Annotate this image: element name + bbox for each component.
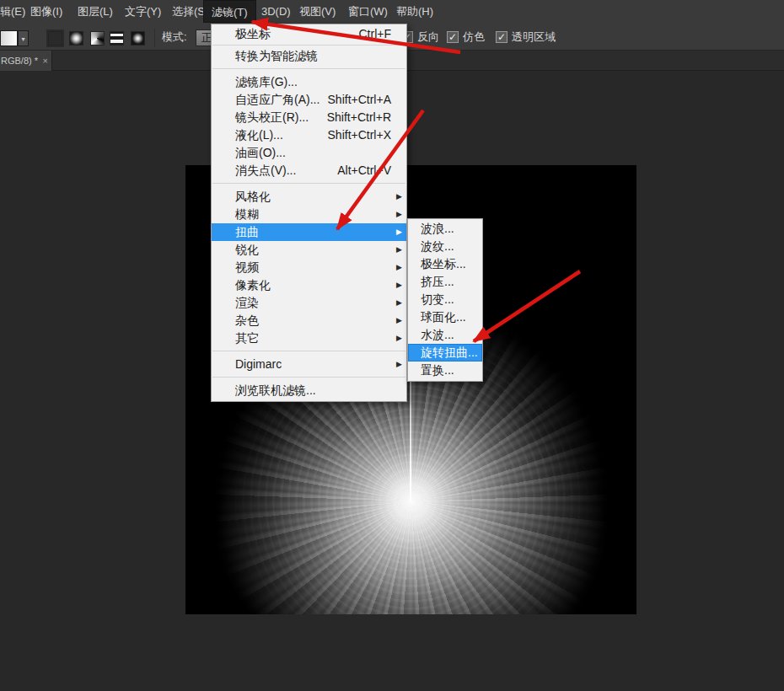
- menubar-item-1[interactable]: 图像(I): [30, 0, 62, 23]
- submenu-arrow-icon: ▶: [396, 356, 402, 373]
- menu-item-label: 自适应广角(A)...: [235, 91, 320, 109]
- distort-submenu-item-7[interactable]: 旋转扭曲...: [408, 344, 482, 362]
- menu-item-shortcut: Shift+Ctrl+R: [327, 109, 391, 126]
- menubar-item-3[interactable]: 文字(Y): [125, 0, 161, 23]
- checkbox-label: 仿色: [463, 29, 485, 45]
- menu-item-shortcut: Shift+Ctrl+A: [328, 91, 391, 109]
- checkmark-icon[interactable]: ✓: [496, 31, 507, 43]
- checkmark-icon[interactable]: ✓: [447, 31, 459, 43]
- reflected-gradient-icon[interactable]: [110, 31, 124, 46]
- filter-menu-item-17[interactable]: 渲染▶: [212, 294, 406, 312]
- menubar-item-2[interactable]: 图层(L): [78, 0, 113, 23]
- menubar-item-0[interactable]: 辑(E): [0, 0, 25, 23]
- submenu-arrow-icon: ▶: [396, 294, 402, 312]
- menu-item-label: 挤压...: [421, 273, 454, 291]
- distort-submenu-item-4[interactable]: 切变...: [408, 291, 482, 308]
- document-tab[interactable]: RGB/8) * ×: [0, 51, 52, 71]
- divider: [154, 29, 155, 47]
- distort-submenu-item-2[interactable]: 极坐标...: [408, 255, 482, 273]
- radial-gradient-icon[interactable]: [69, 31, 83, 46]
- diamond-gradient-icon[interactable]: [131, 31, 145, 46]
- filter-menu-item-0[interactable]: 极坐标Ctrl+F: [212, 25, 406, 43]
- close-icon[interactable]: ×: [43, 51, 48, 71]
- submenu-arrow-icon: ▶: [396, 312, 402, 329]
- document-tab-title: RGB/8) *: [0, 56, 38, 66]
- filter-menu-panel: 极坐标Ctrl+F转换为智能滤镜滤镜库(G)...自适应广角(A)...Shif…: [211, 24, 407, 402]
- checkbox-2[interactable]: ✓透明区域: [496, 29, 556, 46]
- submenu-arrow-icon: ▶: [396, 206, 402, 223]
- filter-menu-item-4[interactable]: 滤镜库(G)...: [212, 73, 406, 91]
- menu-item-shortcut: Ctrl+F: [359, 25, 392, 43]
- menu-item-shortcut: Shift+Ctrl+X: [328, 126, 391, 144]
- filter-menu-item-21[interactable]: Digimarc▶: [212, 356, 406, 373]
- filter-menu-item-7[interactable]: 液化(L)...Shift+Ctrl+X: [212, 126, 406, 144]
- submenu-arrow-icon: ▶: [396, 329, 402, 347]
- menu-item-label: 波纹...: [421, 238, 454, 255]
- menu-item-label: 旋转扭曲...: [421, 344, 478, 362]
- distort-submenu-item-0[interactable]: 波浪...: [408, 220, 482, 238]
- distort-submenu-item-6[interactable]: 水波...: [408, 326, 482, 344]
- menu-item-shortcut: Alt+Ctrl+V: [337, 162, 391, 179]
- filter-menu-item-15[interactable]: 视频▶: [212, 259, 406, 276]
- menu-item-label: 像素化: [235, 276, 271, 294]
- menu-separator: [212, 347, 406, 356]
- submenu-arrow-icon: ▶: [396, 223, 402, 241]
- linear-gradient-icon[interactable]: [48, 31, 62, 46]
- checkbox-label: 反向: [417, 29, 439, 45]
- filter-menu-item-16[interactable]: 像素化▶: [212, 276, 406, 294]
- menubar-item-5[interactable]: 滤镜(T): [203, 0, 256, 23]
- menu-item-label: 滤镜库(G)...: [235, 73, 298, 91]
- menu-item-label: 模糊: [235, 206, 259, 223]
- menu-item-label: 转换为智能滤镜: [235, 47, 318, 65]
- filter-menu-item-5[interactable]: 自适应广角(A)...Shift+Ctrl+A: [212, 91, 406, 109]
- mode-label: 模式:: [162, 23, 187, 51]
- distort-submenu-item-1[interactable]: 波纹...: [408, 238, 482, 255]
- menu-separator: [212, 373, 406, 382]
- menu-separator: [212, 179, 406, 188]
- submenu-arrow-icon: ▶: [396, 259, 402, 276]
- filter-menu-item-2[interactable]: 转换为智能滤镜: [212, 47, 406, 65]
- filter-menu-item-9[interactable]: 消失点(V)...Alt+Ctrl+V: [212, 162, 406, 179]
- menubar-item-8[interactable]: 窗口(W): [348, 0, 388, 23]
- distort-submenu-item-5[interactable]: 球面化...: [408, 308, 482, 326]
- checkbox-label: 透明区域: [512, 29, 556, 45]
- submenu-arrow-icon: ▶: [396, 188, 402, 206]
- filter-menu-item-14[interactable]: 锐化▶: [212, 241, 406, 259]
- menu-item-label: 切变...: [421, 291, 454, 308]
- menu-item-label: 杂色: [235, 312, 259, 329]
- filter-menu-item-19[interactable]: 其它▶: [212, 329, 406, 347]
- filter-menu-item-6[interactable]: 镜头校正(R)...Shift+Ctrl+R: [212, 109, 406, 126]
- filter-menu-item-23[interactable]: 浏览联机滤镜...: [212, 382, 406, 399]
- angle-gradient-icon[interactable]: [90, 31, 105, 46]
- chevron-down-icon[interactable]: ▾: [18, 30, 29, 46]
- menu-item-label: 锐化: [235, 241, 259, 259]
- distort-submenu-panel: 波浪...波纹...极坐标...挤压...切变...球面化...水波...旋转扭…: [407, 218, 483, 382]
- menu-item-label: 水波...: [421, 326, 454, 344]
- menu-item-label: 极坐标...: [421, 255, 466, 273]
- menu-item-label: 极坐标: [235, 25, 271, 43]
- menu-item-label: 扭曲: [235, 223, 259, 241]
- gradient-preview[interactable]: [0, 30, 18, 46]
- menu-item-label: 波浪...: [421, 220, 454, 238]
- filter-menu-item-12[interactable]: 模糊▶: [212, 206, 406, 223]
- filter-menu-item-13[interactable]: 扭曲▶: [212, 223, 406, 241]
- submenu-arrow-icon: ▶: [396, 276, 402, 294]
- menubar-item-7[interactable]: 视图(V): [299, 0, 336, 23]
- filter-menu-item-18[interactable]: 杂色▶: [212, 312, 406, 329]
- menu-separator: [212, 65, 406, 73]
- menu-item-label: 浏览联机滤镜...: [235, 382, 316, 399]
- checkbox-1[interactable]: ✓仿色: [447, 29, 485, 46]
- distort-submenu-item-3[interactable]: 挤压...: [408, 273, 482, 291]
- menubar-item-6[interactable]: 3D(D): [261, 0, 291, 23]
- photoshop-window: 辑(E)图像(I)图层(L)文字(Y)选择(S)滤镜(T)3D(D)视图(V)窗…: [0, 0, 784, 691]
- menu-bar: 辑(E)图像(I)图层(L)文字(Y)选择(S)滤镜(T)3D(D)视图(V)窗…: [0, 0, 784, 23]
- filter-menu-item-8[interactable]: 油画(O)...: [212, 144, 406, 162]
- menubar-item-9[interactable]: 帮助(H): [396, 0, 433, 23]
- menu-item-label: 风格化: [235, 188, 271, 206]
- distort-submenu-item-8[interactable]: 置换...: [408, 362, 482, 379]
- filter-menu-item-11[interactable]: 风格化▶: [212, 188, 406, 206]
- menu-item-label: Digimarc: [235, 356, 282, 373]
- menu-item-label: 其它: [235, 329, 259, 347]
- menu-item-label: 消失点(V)...: [235, 162, 296, 179]
- menu-item-label: 渲染: [235, 294, 259, 312]
